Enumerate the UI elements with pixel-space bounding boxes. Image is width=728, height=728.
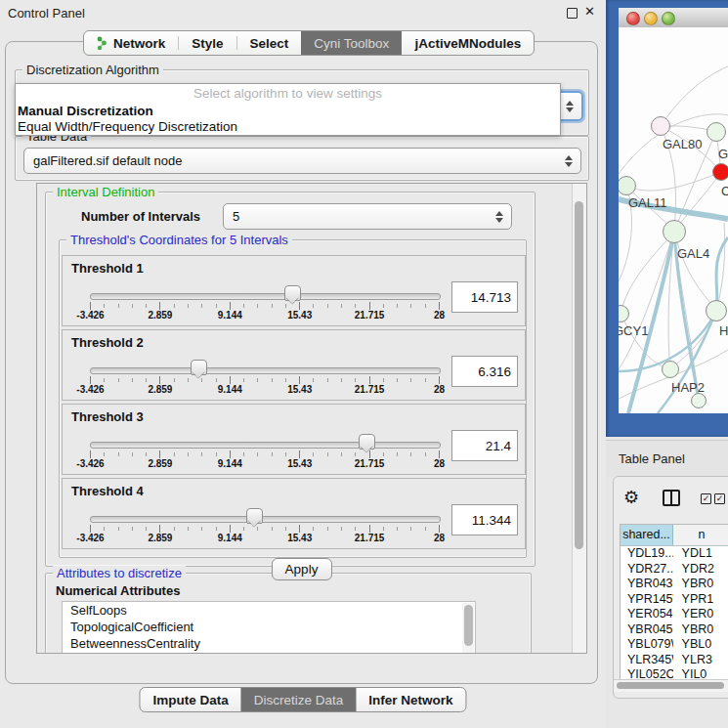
checkbox-icon[interactable]: ✓ <box>714 493 725 504</box>
zoom-traffic-light-icon[interactable] <box>662 12 675 25</box>
split-columns-icon[interactable] <box>663 490 680 506</box>
attribute-item[interactable]: SelfLoops <box>63 602 475 619</box>
network-node[interactable] <box>691 393 707 408</box>
gear-icon[interactable]: ⚙ <box>623 487 639 508</box>
table-panel-title: Table Panel <box>619 451 685 466</box>
table-toolbar: ⚙ ✓ ✓ <box>614 477 728 523</box>
panel-title: Control Panel <box>8 6 85 21</box>
tick-label: -3.426 <box>76 384 104 395</box>
minimize-traffic-light-icon[interactable] <box>644 12 658 25</box>
table-row[interactable]: YDR27...YDR2 <box>621 562 728 578</box>
apply-button[interactable]: Apply <box>272 558 332 580</box>
popup-option[interactable]: Equal Width/Frequency Discretization <box>16 119 560 135</box>
scrollbar-thumb[interactable] <box>617 682 724 689</box>
attributes-scrollbar[interactable] <box>462 603 474 654</box>
attributes-title: Attributes to discretize <box>53 566 186 580</box>
tab-discretize-data[interactable]: Discretize Data <box>241 688 357 711</box>
slider-track[interactable] <box>90 442 441 449</box>
network-node-c[interactable] <box>712 163 728 181</box>
table-row[interactable]: YDL19...YDL1 <box>621 546 728 562</box>
slider-track[interactable] <box>90 293 441 300</box>
num-intervals-label: Number of Intervals <box>81 209 200 224</box>
network-canvas[interactable]: GAL80GACGAL11GAL4GCY1HHAP2 <box>619 27 728 413</box>
tab-style[interactable]: Style <box>179 31 236 55</box>
float-window-icon[interactable] <box>567 8 578 19</box>
table-row[interactable]: YBR045CYBR0 <box>621 622 728 638</box>
tab-jactivemnodules[interactable]: jActiveMNodules <box>402 31 534 55</box>
tab-network[interactable]: Network <box>84 31 178 55</box>
network-window: GAL80GACGAL11GAL4GCY1HHAP2 <box>606 0 728 437</box>
table-data-combobox[interactable]: galFiltered.sif default node <box>23 148 581 174</box>
numerical-attributes-list[interactable]: SelfLoopsTopologicalCoefficientBetweenne… <box>62 601 476 654</box>
table-row[interactable]: YBL079WYBL0 <box>621 637 728 653</box>
scrollbar-thumb[interactable] <box>575 201 583 549</box>
top-tabbar: NetworkStyleSelectCyni ToolboxjActiveMNo… <box>83 30 535 56</box>
tab-impute-data[interactable]: Impute Data <box>140 688 240 711</box>
threshold-value-field[interactable]: 11.344 <box>451 504 518 535</box>
tab-label: Cyni Toolbox <box>314 36 389 51</box>
table-horizontal-scrollbar[interactable] <box>614 679 728 692</box>
cell-shared-name: YER054C <box>621 607 673 622</box>
slider-thumb[interactable] <box>359 434 375 450</box>
close-icon[interactable]: ✕ <box>584 4 595 19</box>
popup-option[interactable]: Manual Discretization <box>16 104 560 119</box>
pane-vertical-scrollbar[interactable] <box>572 184 586 653</box>
tick-label: 21.715 <box>355 310 385 321</box>
slider-track[interactable] <box>90 367 441 374</box>
tick-label: 21.715 <box>355 458 385 469</box>
network-node-hap2[interactable] <box>662 361 679 378</box>
cell-shared-name: YDR27... <box>621 562 673 578</box>
checkbox-icon[interactable]: ✓ <box>701 493 711 504</box>
network-node-gal80[interactable] <box>651 116 670 136</box>
cell-shared-name: YBR045C <box>621 622 673 638</box>
attribute-item[interactable]: TopologicalCoefficient <box>63 619 475 635</box>
cell-name: YPR1 <box>673 592 728 608</box>
threshold-label: Threshold 1 <box>71 261 144 276</box>
threshold-panel-1: Threshold 1-3.4262.8599.14415.4321.71528… <box>62 255 526 326</box>
threshold-value-field[interactable]: 6.316 <box>451 356 518 387</box>
tick-label: -3.426 <box>76 310 104 321</box>
slider-ticks <box>90 450 440 458</box>
network-icon <box>97 36 107 50</box>
settings-scrollpane: Interval Definition Number of Intervals … <box>36 183 587 654</box>
node-table[interactable]: shared... n YDL19...YDL1YDR27...YDR2YBR0… <box>620 524 728 681</box>
tick-label: 2.859 <box>148 533 172 543</box>
bottom-tabbar: Impute DataDiscretize DataInfer Network <box>139 687 466 712</box>
tab-select[interactable]: Select <box>237 31 302 55</box>
slider-thumb[interactable] <box>284 285 301 301</box>
slider-track[interactable] <box>90 516 441 523</box>
table-row[interactable]: YLR345WYLR3 <box>621 653 728 668</box>
control-panel-titlebar: Control Panel ✕ <box>0 0 606 26</box>
table-data-group: Table Data galFiltered.sif default node <box>15 136 589 181</box>
combo-arrows-icon <box>494 211 503 223</box>
network-node-ga[interactable] <box>707 122 726 142</box>
node-label-ga: GA <box>718 147 728 161</box>
network-node-gal4[interactable] <box>663 220 686 243</box>
popup-hint-item[interactable]: Select algorithm to view settings <box>16 84 560 104</box>
tab-label: Style <box>192 36 223 51</box>
threshold-value-field[interactable]: 14.713 <box>451 281 518 313</box>
tab-label: jActiveMNodules <box>414 36 521 51</box>
table-row[interactable]: YPR145WYPR1 <box>621 592 728 608</box>
scrollbar-thumb[interactable] <box>464 605 473 646</box>
table-rows: YDL19...YDL1YDR27...YDR2YBR043CYBR0YPR14… <box>621 546 728 681</box>
attributes-group: Attributes to discretize Numerical Attri… <box>45 573 532 654</box>
close-traffic-light-icon[interactable] <box>626 12 640 25</box>
table-row[interactable]: YBR043CYBR0 <box>621 577 728 592</box>
slider-thumb[interactable] <box>191 360 207 375</box>
node-label-gcy1: GCY1 <box>619 323 648 338</box>
tab-infer-network[interactable]: Infer Network <box>356 688 465 711</box>
network-node-h[interactable] <box>706 300 727 321</box>
tick-label: 21.715 <box>355 533 385 543</box>
column-header-name[interactable]: n <box>673 525 728 545</box>
table-row[interactable]: YER054CYER0 <box>621 607 728 622</box>
column-header-shared[interactable]: shared... <box>621 525 673 545</box>
tab-label: Select <box>250 36 289 51</box>
slider-thumb[interactable] <box>246 508 263 524</box>
attribute-item[interactable]: BetweennessCentrality <box>63 635 475 652</box>
tick-label: 9.144 <box>218 533 242 543</box>
num-intervals-combobox[interactable]: 5 <box>223 203 512 230</box>
threshold-value-field[interactable]: 21.4 <box>451 430 518 461</box>
tab-cyni-toolbox[interactable]: Cyni Toolbox <box>301 31 402 55</box>
cell-name: YDR2 <box>673 562 728 578</box>
